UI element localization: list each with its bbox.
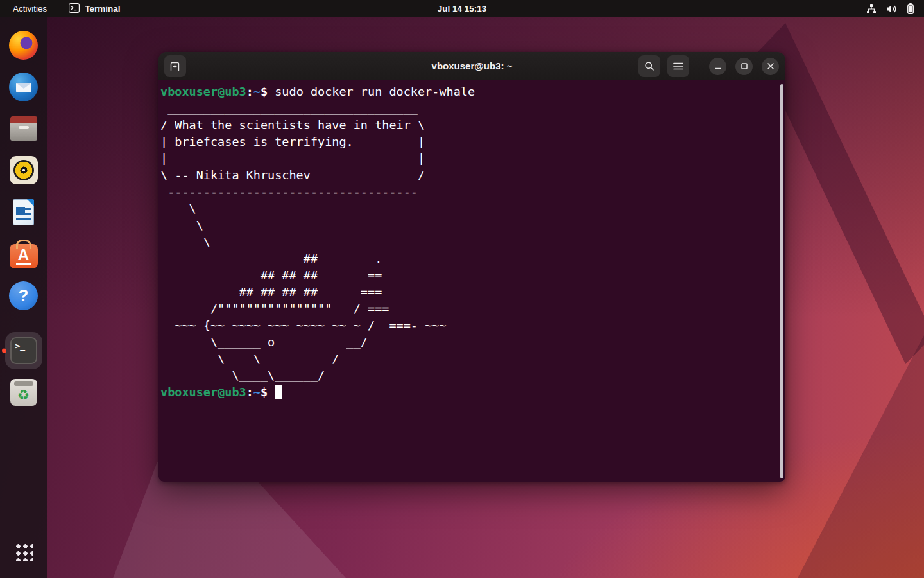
prompt-symbol: $ (261, 85, 275, 98)
command-text: sudo docker run docker-whale (275, 85, 475, 98)
system-status-area[interactable] (866, 0, 924, 17)
prompt-separator: : (246, 385, 253, 399)
network-icon (866, 4, 877, 14)
prompt-user-host: vboxuser@ub3 (160, 85, 246, 98)
window-title: vboxuser@ub3: ~ (432, 60, 513, 71)
minimize-button[interactable] (709, 58, 726, 75)
prompt-separator: : (246, 85, 253, 98)
new-tab-button[interactable] (164, 55, 186, 77)
recycle-glyph: ♻ (17, 389, 30, 402)
help-icon: ? (9, 281, 38, 310)
dock-item-trash[interactable]: ♻ (0, 377, 47, 408)
terminal-icon: >_ (10, 337, 37, 364)
top-bar: Activities Terminal Jul 14 15:13 (0, 0, 924, 17)
prompt-line-current: vboxuser@ub3:~$ (160, 384, 784, 401)
prompt-path: ~ (253, 385, 261, 399)
dock-item-ubuntu-software[interactable]: A (0, 238, 47, 269)
terminal-window: vboxuser@ub3: ~ (158, 52, 785, 482)
menu-button[interactable] (667, 55, 689, 77)
dock-item-files[interactable] (0, 113, 47, 144)
terminal-cursor (275, 385, 282, 399)
dock-item-thunderbird[interactable] (0, 71, 47, 102)
command-output-whale: ___________________________________ / Wh… (160, 100, 784, 384)
ubuntu-software-glyph: A (16, 247, 31, 265)
activities-button[interactable]: Activities (13, 4, 47, 13)
close-button[interactable] (762, 58, 779, 75)
dock-item-firefox[interactable] (0, 30, 47, 60)
running-indicator-dot (2, 349, 6, 353)
trash-icon: ♻ (10, 379, 37, 406)
dock-item-show-applications[interactable] (0, 536, 47, 567)
volume-icon (886, 4, 898, 14)
search-button[interactable] (638, 55, 660, 77)
prompt-user-host: vboxuser@ub3 (160, 385, 246, 399)
battery-icon (907, 3, 914, 14)
dock-item-terminal[interactable]: >_ (0, 335, 47, 366)
prompt-symbol: $ (261, 385, 275, 399)
libreoffice-writer-icon (13, 199, 34, 225)
app-menu[interactable]: Terminal (69, 3, 120, 15)
dock-item-libreoffice-writer[interactable] (0, 197, 47, 227)
clock[interactable]: Jul 14 15:13 (438, 4, 487, 13)
dock-item-rhythmbox[interactable] (0, 155, 47, 186)
window-titlebar[interactable]: vboxuser@ub3: ~ (158, 52, 785, 80)
firefox-icon (9, 31, 38, 60)
dock: A ? >_ ♻ (0, 17, 47, 578)
thunderbird-icon (9, 73, 38, 101)
desktop-wallpaper: Activities Terminal Jul 14 15:13 (0, 0, 924, 578)
prompt-line-command: vboxuser@ub3:~$ sudo docker run docker-w… (160, 83, 784, 100)
maximize-button[interactable] (735, 58, 753, 75)
dock-item-help[interactable]: ? (0, 280, 47, 311)
prompt-path: ~ (253, 85, 261, 98)
dock-divider (10, 326, 37, 326)
focused-app-name: Terminal (85, 4, 120, 13)
ubuntu-software-icon: A (10, 244, 38, 268)
terminal-screen[interactable]: vboxuser@ub3:~$ sudo docker run docker-w… (158, 80, 785, 482)
app-grid-icon (15, 543, 33, 561)
terminal-scrollbar[interactable] (780, 84, 783, 478)
files-folder-icon (10, 120, 37, 141)
rhythmbox-icon (10, 156, 38, 184)
terminal-app-icon (69, 3, 80, 15)
